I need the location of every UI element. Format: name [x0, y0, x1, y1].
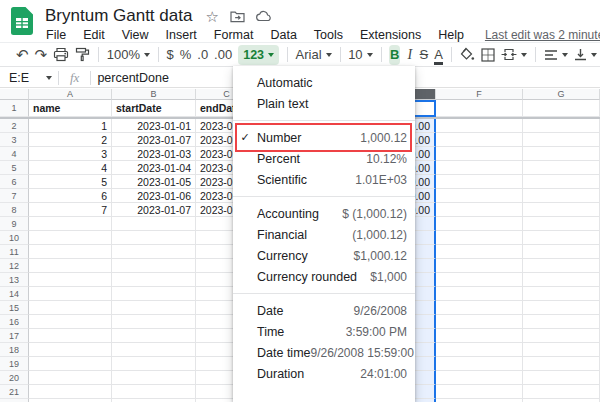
cell-A17[interactable] [29, 329, 112, 343]
menu-item-currency-rounded[interactable]: Currency rounded$1,000 [233, 266, 415, 287]
cell-G11[interactable] [523, 245, 600, 259]
cell-B15[interactable] [112, 301, 196, 315]
cell-A3[interactable]: 2 [29, 133, 112, 147]
menu-tools[interactable]: Tools [314, 28, 343, 42]
cell-B8[interactable]: 2023-01-07 [112, 203, 196, 217]
cell-B6[interactable]: 2023-01-05 [112, 175, 196, 189]
cell-A7[interactable]: 6 [29, 189, 112, 203]
menu-view[interactable]: View [122, 28, 149, 42]
row-header-19[interactable]: 19 [0, 357, 29, 371]
menu-data[interactable]: Data [270, 28, 296, 42]
cell-B2[interactable]: 2023-01-01 [112, 119, 196, 133]
menu-item-financial[interactable]: Financial(1,000.12) [233, 224, 415, 245]
cell-A15[interactable] [29, 301, 112, 315]
undo-button[interactable]: ↶ [16, 45, 29, 65]
cell-A6[interactable]: 5 [29, 175, 112, 189]
cell-G21[interactable] [523, 385, 600, 399]
row-header-20[interactable]: 20 [0, 371, 29, 385]
row-header-10[interactable]: 10 [0, 231, 29, 245]
cell-F12[interactable] [436, 259, 523, 273]
row-header-16[interactable]: 16 [0, 315, 29, 329]
cell-B20[interactable] [112, 371, 196, 385]
cell-B19[interactable] [112, 357, 196, 371]
row-header-14[interactable]: 14 [0, 287, 29, 301]
cell-F6[interactable] [436, 175, 523, 189]
column-header-G[interactable]: G [523, 89, 600, 100]
decrease-decimal-button[interactable]: .0 [197, 45, 208, 65]
cell-G17[interactable] [523, 329, 600, 343]
cell-A5[interactable]: 4 [29, 161, 112, 175]
cell-F17[interactable] [436, 329, 523, 343]
column-header-A[interactable]: A [29, 89, 112, 100]
menu-item-number[interactable]: ✓Number1,000.12 [233, 127, 415, 148]
menu-item-time[interactable]: Time3:59:00 PM [233, 321, 415, 342]
row-header-6[interactable]: 6 [0, 175, 29, 189]
cell-F5[interactable] [436, 161, 523, 175]
column-header-F[interactable]: F [436, 89, 523, 100]
font-size-select[interactable]: 10 [348, 45, 372, 65]
star-icon[interactable]: ☆ [205, 9, 218, 24]
cell-G12[interactable] [523, 259, 600, 273]
cell-B5[interactable]: 2023-01-04 [112, 161, 196, 175]
cell-G9[interactable] [523, 217, 600, 231]
cell-F19[interactable] [436, 357, 523, 371]
cell-F4[interactable] [436, 147, 523, 161]
row-header-4[interactable]: 4 [0, 147, 29, 161]
cell-A20[interactable] [29, 371, 112, 385]
borders-button[interactable] [481, 45, 495, 65]
menu-item-date-time[interactable]: Date time9/26/2008 15:59:00 [233, 342, 415, 363]
italic-button[interactable]: I [406, 45, 413, 65]
cell-B10[interactable] [112, 231, 196, 245]
redo-button[interactable]: ↷ [35, 45, 48, 65]
cell-F18[interactable] [436, 343, 523, 357]
cell-F10[interactable] [436, 231, 523, 245]
cell-G5[interactable] [523, 161, 600, 175]
cell-A4[interactable]: 3 [29, 147, 112, 161]
cell-G18[interactable] [523, 343, 600, 357]
format-percent-button[interactable]: % [180, 45, 192, 65]
cell-G19[interactable] [523, 357, 600, 371]
cell-B13[interactable] [112, 273, 196, 287]
cell-B16[interactable] [112, 315, 196, 329]
font-select[interactable]: Arial [296, 45, 332, 65]
cell-F11[interactable] [436, 245, 523, 259]
vertical-align-button[interactable] [574, 45, 597, 65]
document-title[interactable]: Bryntum Gantt data [45, 6, 192, 26]
cell-A11[interactable] [29, 245, 112, 259]
cell-B9[interactable] [112, 217, 196, 231]
menu-insert[interactable]: Insert [166, 28, 197, 42]
cell-F3[interactable] [436, 133, 523, 147]
row-header-1[interactable]: 1 [0, 100, 29, 117]
cell-B14[interactable] [112, 287, 196, 301]
select-all-corner[interactable] [0, 89, 29, 100]
merge-cells-button[interactable] [501, 45, 527, 65]
menu-item-currency[interactable]: Currency$1,000.12 [233, 245, 415, 266]
sheets-logo-icon[interactable] [11, 7, 33, 35]
cell-B21[interactable] [112, 385, 196, 399]
last-edit-link[interactable]: Last edit was 2 minutes ago [485, 28, 600, 42]
menu-item-automatic[interactable]: Automatic [233, 72, 415, 93]
fill-color-button[interactable] [459, 45, 475, 65]
row-header-13[interactable]: 13 [0, 273, 29, 287]
menu-item-percent[interactable]: Percent10.12% [233, 148, 415, 169]
cell-B12[interactable] [112, 259, 196, 273]
cell-F14[interactable] [436, 287, 523, 301]
column-header-B[interactable]: B [112, 89, 196, 100]
cell-F13[interactable] [436, 273, 523, 287]
row-header-15[interactable]: 15 [0, 301, 29, 315]
document-status-cloud-icon[interactable] [256, 10, 273, 22]
row-header-3[interactable]: 3 [0, 133, 29, 147]
menu-format[interactable]: Format [214, 28, 254, 42]
cell-A13[interactable] [29, 273, 112, 287]
horizontal-align-button[interactable] [544, 45, 568, 65]
cell-A18[interactable] [29, 343, 112, 357]
cell-B3[interactable]: 2023-01-07 [112, 133, 196, 147]
cell-F21[interactable] [436, 385, 523, 399]
menu-file[interactable]: File [46, 28, 66, 42]
cell-A16[interactable] [29, 315, 112, 329]
menu-item-accounting[interactable]: Accounting$ (1,000.12) [233, 203, 415, 224]
cell-A8[interactable]: 7 [29, 203, 112, 217]
cell-A19[interactable] [29, 357, 112, 371]
cell-F7[interactable] [436, 189, 523, 203]
cell-G4[interactable] [523, 147, 600, 161]
